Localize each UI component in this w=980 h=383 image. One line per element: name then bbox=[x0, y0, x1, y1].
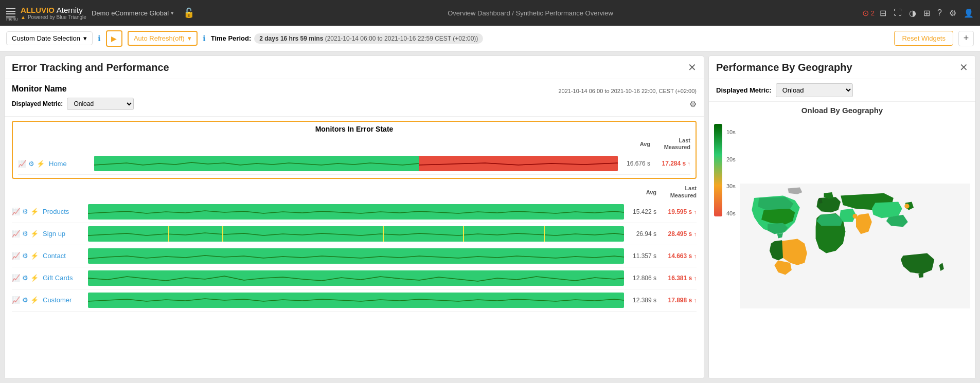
home-row-icons: 📈 ⚙ ⚡ bbox=[18, 160, 45, 168]
chart-icon[interactable]: 📈 bbox=[12, 296, 20, 304]
close-icon[interactable]: ✕ bbox=[688, 61, 697, 74]
last-measured-signup: 28.495 s ↑ bbox=[661, 230, 697, 238]
chart-icon[interactable]: 📈 bbox=[12, 208, 20, 215]
contrast-icon[interactable]: ◑ bbox=[909, 8, 916, 18]
monitor-name-products[interactable]: Products bbox=[43, 208, 84, 215]
reset-widgets-button[interactable]: Reset Widgets bbox=[894, 31, 953, 46]
monitor-name-customer[interactable]: Customer bbox=[43, 296, 84, 304]
map-legend: 10s 20s 30s 40s bbox=[714, 119, 736, 373]
world-map-svg bbox=[740, 119, 970, 373]
nav-icons: ⊟ ⛶ ◑ ⊞ ? ⚙ 👤 bbox=[880, 8, 974, 18]
filter-icon[interactable]: ⊟ bbox=[880, 8, 886, 18]
avg-value-giftcards: 12.806 s bbox=[628, 275, 656, 282]
gear-icon[interactable]: ⚙ bbox=[22, 274, 28, 282]
last-measured-products: 19.595 s ↑ bbox=[661, 208, 697, 215]
sparkline-products bbox=[88, 204, 624, 220]
breadcrumb: Overview Dashboard / Synthetic Performan… bbox=[204, 9, 857, 17]
error-box: Monitors In Error State Avg LastMeasured… bbox=[12, 121, 697, 179]
chart-icon[interactable]: 📈 bbox=[12, 230, 20, 238]
lightning-icon[interactable]: ⚡ bbox=[30, 208, 39, 215]
giftcards-row-icons: 📈 ⚙ ⚡ bbox=[12, 274, 39, 282]
displayed-metric-select[interactable]: Onload bbox=[67, 98, 134, 110]
contact-row-icons: 📈 ⚙ ⚡ bbox=[12, 252, 39, 260]
legend-10s: 10s bbox=[726, 129, 736, 135]
world-map-container bbox=[740, 119, 970, 373]
top-navigation: menu ALLUVIO Aternity ▲ Powered by Blue … bbox=[0, 0, 980, 26]
chevron-down-icon: ▾ bbox=[83, 34, 87, 42]
info-icon-2[interactable]: ℹ bbox=[203, 34, 206, 43]
monitor-row-home: 📈 ⚙ ⚡ Home bbox=[18, 153, 690, 175]
lightning-icon[interactable]: ⚡ bbox=[30, 230, 39, 238]
monitor-row-giftcards: 📈 ⚙ ⚡ Gift Cards 12.806 s 16.381 s ↑ bbox=[12, 267, 697, 289]
right-panel: Performance By Geography ✕ Displayed Met… bbox=[708, 56, 976, 379]
lightning-icon[interactable]: ⚡ bbox=[37, 160, 45, 168]
up-arrow-icon: ↑ bbox=[694, 253, 697, 259]
monitor-name-home[interactable]: Home bbox=[49, 160, 90, 168]
fullscreen-icon[interactable]: ⛶ bbox=[894, 8, 902, 17]
info-icon[interactable]: ℹ bbox=[98, 34, 101, 43]
chevron-down-icon: ▾ bbox=[171, 10, 174, 16]
lock-icon: 🔓 bbox=[183, 7, 194, 19]
auto-refresh-button[interactable]: Auto Refresh(off) ▾ bbox=[128, 31, 198, 46]
left-panel: Error Tracking and Performance ✕ Monitor… bbox=[4, 56, 704, 379]
legend-20s: 20s bbox=[726, 156, 736, 162]
menu-button[interactable]: menu bbox=[6, 8, 15, 17]
close-icon-right[interactable]: ✕ bbox=[959, 61, 968, 74]
monitor-row-products: 📈 ⚙ ⚡ Products 15.422 s 19.595 s ↑ bbox=[12, 201, 697, 223]
demo-selector[interactable]: Demo eCommerce Global ▾ bbox=[92, 9, 174, 17]
last-measured-col-header: LastMeasured bbox=[654, 137, 690, 151]
gear-icon[interactable]: ⚙ bbox=[689, 99, 697, 109]
up-arrow-icon: ↑ bbox=[694, 209, 697, 215]
time-pill: 2 days 16 hrs 59 mins (2021-10-14 06:00 … bbox=[254, 33, 483, 44]
lightning-icon[interactable]: ⚡ bbox=[30, 252, 39, 260]
gear-icon[interactable]: ⚙ bbox=[22, 252, 28, 260]
triangle-icon: ▲ bbox=[21, 14, 26, 20]
up-arrow-icon: ↑ bbox=[694, 231, 697, 237]
help-icon[interactable]: ? bbox=[937, 8, 942, 17]
gear-icon[interactable]: ⚙ bbox=[22, 230, 28, 238]
alert-badge[interactable]: ⊙ 2 bbox=[862, 8, 875, 18]
add-widget-button[interactable]: + bbox=[958, 31, 974, 46]
time-period-display: Time Period: 2 days 16 hrs 59 mins (2021… bbox=[211, 33, 484, 44]
monitor-name-signup[interactable]: Sign up bbox=[43, 230, 84, 238]
middle-east-dot bbox=[852, 214, 857, 218]
chart-icon[interactable]: 📈 bbox=[12, 274, 20, 282]
chart-icon[interactable]: 📈 bbox=[12, 252, 20, 260]
error-box-title: Monitors In Error State bbox=[18, 125, 690, 133]
avg-col-header-2: Avg bbox=[628, 189, 656, 195]
right-metric-select[interactable]: Onload bbox=[776, 83, 853, 97]
map-title: Onload By Geography bbox=[709, 102, 975, 119]
right-metric-row: Displayed Metric: Onload bbox=[709, 79, 975, 102]
monitor-row-contact: 📈 ⚙ ⚡ Contact 11.357 s 14.663 s ↑ bbox=[12, 245, 697, 267]
left-panel-title: Error Tracking and Performance bbox=[12, 62, 169, 74]
play-button[interactable]: ▶ bbox=[106, 30, 122, 47]
error-col-headers: Avg LastMeasured bbox=[18, 137, 690, 151]
lightning-icon[interactable]: ⚡ bbox=[30, 296, 39, 304]
settings-icon[interactable]: ⚙ bbox=[949, 8, 956, 18]
legend-gradient bbox=[714, 124, 722, 216]
date-selector[interactable]: Custom Date Selection ▾ bbox=[6, 31, 93, 45]
chart-icon[interactable]: 📈 bbox=[18, 160, 26, 168]
last-measured-contact: 14.663 s ↑ bbox=[661, 252, 697, 260]
gear-icon[interactable]: ⚙ bbox=[22, 208, 28, 215]
avg-value-home: 16.676 s bbox=[622, 160, 650, 167]
user-icon[interactable]: 👤 bbox=[964, 8, 974, 18]
gear-icon[interactable]: ⚙ bbox=[28, 160, 34, 168]
monitor-name-label: Monitor Name bbox=[12, 84, 67, 94]
map-container: 10s 20s 30s 40s bbox=[709, 119, 975, 378]
up-arrow-icon: ↑ bbox=[694, 297, 697, 303]
avg-value-products: 15.422 s bbox=[628, 208, 656, 215]
gear-icon[interactable]: ⚙ bbox=[22, 296, 28, 304]
monitor-name-giftcards[interactable]: Gift Cards bbox=[43, 274, 84, 282]
left-panel-header: Error Tracking and Performance ✕ bbox=[5, 56, 704, 79]
last-measured-home: 17.284 s ↑ bbox=[654, 160, 690, 167]
avg-col-header: Avg bbox=[622, 141, 650, 147]
grid-icon[interactable]: ⊞ bbox=[923, 8, 930, 18]
brand-logo: ALLUVIO Aternity ▲ Powered by Blue Trian… bbox=[21, 6, 86, 20]
signup-row-icons: 📈 ⚙ ⚡ bbox=[12, 230, 39, 238]
alert-icon: ⊙ bbox=[862, 8, 869, 18]
lightning-icon[interactable]: ⚡ bbox=[30, 274, 39, 282]
monitor-header: Monitor Name 2021-10-14 06:00 to 2021-10… bbox=[5, 79, 704, 117]
monitor-name-contact[interactable]: Contact bbox=[43, 252, 84, 260]
right-metric-label: Displayed Metric: bbox=[716, 86, 772, 94]
